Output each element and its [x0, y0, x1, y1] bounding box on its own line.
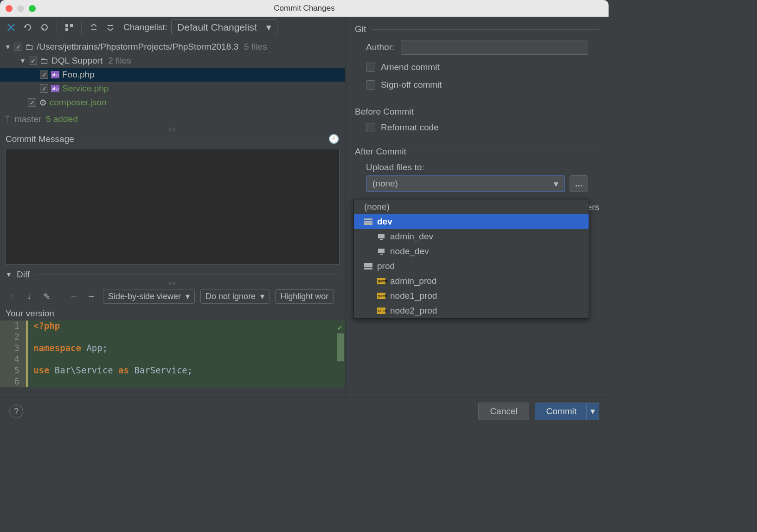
collapse-all-icon[interactable]	[104, 21, 117, 34]
author-input[interactable]	[401, 40, 588, 55]
amend-label: Amend commit	[381, 62, 440, 72]
window-title: Commit Changes	[274, 4, 334, 13]
next-file-icon[interactable]: →	[85, 290, 97, 302]
changelist-dropdown[interactable]: Default Changelist ▾	[171, 19, 277, 35]
collapse-icon[interactable]: ▼	[6, 271, 12, 278]
signoff-label: Sign-off commit	[381, 80, 442, 90]
tree-file[interactable]: ✓ php Service.php	[0, 82, 345, 96]
sftp-icon: SFTP	[377, 293, 385, 299]
highlight-dropdown[interactable]: Highlight wor	[275, 289, 334, 304]
dropdown-item[interactable]: admin_dev	[354, 229, 589, 244]
undo-icon[interactable]	[21, 21, 34, 34]
svg-rect-10	[364, 263, 372, 265]
checkbox[interactable]: ✓	[14, 43, 22, 51]
folder-icon: 🗀	[25, 42, 34, 52]
collapse-icon[interactable]: ▼	[19, 57, 26, 64]
dropdown-item[interactable]: SFTPnode2_prod	[354, 303, 589, 318]
checkbox[interactable]: ✓	[29, 57, 37, 65]
dropdown-item[interactable]: SFTPnode1_prod	[354, 288, 589, 303]
dropdown-item-label: dev	[377, 217, 392, 227]
tree-root-path: /Users/jetbrains/PhpstormProjects/PhpSto…	[37, 42, 238, 52]
maximize-window-button[interactable]	[29, 5, 36, 12]
edit-icon[interactable]: ✎	[41, 290, 53, 302]
php-file-icon: php	[51, 71, 59, 78]
tree-file-name: Service.php	[62, 83, 109, 94]
after-commit-label: After Commit	[355, 147, 406, 157]
collapse-icon[interactable]: ▼	[5, 43, 11, 51]
tree-folder-meta: 2 files	[108, 56, 131, 66]
tree-folder[interactable]: ▼ ✓ 🗀 DQL Support 2 files	[0, 54, 345, 68]
dropdown-item[interactable]: (none)	[354, 199, 589, 214]
svg-rect-0	[65, 24, 68, 27]
git-group-label: Git	[355, 24, 366, 34]
signoff-checkbox[interactable]	[366, 80, 375, 90]
history-icon[interactable]: 🕘	[328, 134, 340, 144]
dropdown-item-label: admin_dev	[390, 231, 433, 242]
footer: ? Cancel Commit ▾	[0, 397, 609, 425]
viewer-dropdown[interactable]: Side-by-side viewer▾	[103, 289, 195, 304]
expand-all-icon[interactable]	[87, 21, 100, 34]
dropdown-item-label: admin_prod	[390, 276, 436, 286]
resize-handle[interactable]: ⠿⠿	[0, 127, 345, 132]
upload-label: Upload files to:	[366, 162, 588, 173]
amend-checkbox[interactable]	[366, 63, 375, 72]
added-count: 5 added	[46, 114, 78, 124]
dropdown-item-label: (none)	[364, 202, 390, 212]
sftp-icon: SFTP	[377, 278, 385, 284]
commit-dropdown-button[interactable]: ▾	[586, 403, 599, 420]
show-diff-icon[interactable]	[5, 21, 18, 34]
dropdown-item[interactable]: prod	[354, 259, 589, 274]
commit-message-label: Commit Message	[6, 134, 74, 144]
svg-rect-4	[364, 221, 372, 223]
dropdown-item[interactable]: node_dev	[354, 244, 589, 259]
tree-folder-name: DQL Support	[51, 56, 103, 66]
close-window-button[interactable]	[6, 5, 13, 12]
json-file-icon: ⚙	[39, 97, 47, 108]
checkbox[interactable]: ✓	[40, 84, 48, 93]
browse-button[interactable]: ...	[570, 175, 588, 192]
left-panel: Changelist: Default Changelist ▾ ▼ ✓ 🗀 /…	[0, 17, 346, 397]
next-diff-icon[interactable]: ↓	[23, 290, 35, 302]
folder-icon: 🗀	[40, 56, 49, 66]
checkbox[interactable]: ✓	[40, 71, 48, 79]
commit-message-input[interactable]	[6, 149, 340, 265]
svg-rect-9	[380, 254, 383, 255]
dropdown-item-label: node2_prod	[390, 306, 437, 316]
server-group-icon	[364, 263, 372, 269]
dropdown-item[interactable]: SFTPadmin_prod	[354, 274, 589, 288]
minimize-window-button[interactable]	[17, 5, 24, 12]
checkbox[interactable]: ✓	[28, 98, 36, 107]
scrollbar[interactable]	[337, 333, 344, 361]
commit-button[interactable]: Commit	[535, 403, 588, 420]
branch-name: master	[14, 114, 41, 124]
refresh-icon[interactable]	[38, 21, 51, 34]
cancel-button[interactable]: Cancel	[478, 403, 529, 420]
author-label: Author:	[366, 42, 394, 52]
svg-rect-5	[364, 223, 372, 225]
dropdown-item[interactable]: dev	[354, 214, 589, 229]
tree-file-name: composer.json	[50, 97, 107, 108]
code-area: ✔ 1<?php 2 3namespace App; 4 5use Bar\Se…	[0, 320, 345, 387]
changelist-value: Default Changelist	[177, 22, 257, 33]
server-icon	[377, 248, 385, 255]
inspection-ok-icon: ✔	[337, 322, 342, 332]
your-version-label: Your version	[0, 307, 345, 320]
tree-root[interactable]: ▼ ✓ 🗀 /Users/jetbrains/PhpstormProjects/…	[0, 40, 345, 54]
diff-toolbar: ↑ ↓ ✎ ← → Side-by-side viewer▾ Do not ig…	[0, 286, 345, 307]
reformat-checkbox[interactable]	[366, 123, 375, 132]
upload-dropdown[interactable]: (none) ▾	[366, 175, 565, 192]
svg-rect-11	[364, 265, 372, 267]
group-by-icon[interactable]	[63, 21, 76, 34]
tree-file[interactable]: ✓ ⚙ composer.json	[0, 96, 345, 109]
tree-file[interactable]: ✓ php Foo.php	[0, 68, 345, 82]
help-button[interactable]: ?	[9, 404, 23, 418]
chevron-down-icon: ▾	[266, 22, 271, 33]
server-icon	[377, 233, 385, 240]
branch-bar: ᛘ master 5 added	[0, 111, 345, 127]
ignore-dropdown[interactable]: Do not ignore▾	[200, 289, 269, 304]
server-group-icon	[364, 218, 372, 225]
svg-rect-6	[378, 234, 385, 238]
prev-diff-icon[interactable]: ↑	[6, 290, 18, 302]
prev-file-icon[interactable]: ←	[68, 290, 80, 302]
resize-handle[interactable]: ⠿⠿	[0, 282, 345, 286]
